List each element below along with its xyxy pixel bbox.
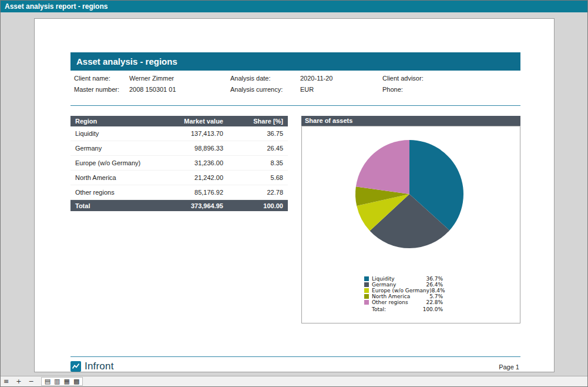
footer-divider-line <box>70 356 520 357</box>
brand-footer: Infront <box>70 361 114 372</box>
legend-swatch <box>364 300 369 305</box>
legend-item: Europe (w/o Germany)8.4% <box>364 288 443 293</box>
page-number: Page 1 <box>499 363 519 371</box>
master-number-value: 2008 150301 01 <box>129 86 176 93</box>
client-advisor-label: Client advisor: <box>382 75 424 82</box>
master-number-label: Master number: <box>74 86 119 93</box>
grid-3x3-icon[interactable]: ▩ <box>73 378 79 386</box>
col-region: Region <box>70 118 170 125</box>
brand-name: Infront <box>85 361 114 372</box>
toolbar-view-icons: ▤▥▦▩ <box>41 377 83 386</box>
analysis-currency-label: Analysis currency: <box>230 86 283 93</box>
viewer-toolbar: ≡+− ▤▥▦▩ <box>1 376 587 386</box>
report-header-bar: Asset analysis - regions <box>70 52 520 71</box>
legend-swatch <box>364 282 369 287</box>
legend-total: Total:100.0% <box>364 306 443 312</box>
infront-logo-icon <box>70 361 81 372</box>
legend-swatch <box>364 276 369 281</box>
zoom-in-icon[interactable]: + <box>16 378 21 386</box>
pie-slice-other-regions <box>356 140 409 194</box>
total-label: Total <box>70 202 170 209</box>
client-name-label: Client name: <box>74 75 110 82</box>
table-total-row: Total 373,964.95 100.00 <box>70 200 288 211</box>
toolbar-left-icons: ≡+− <box>4 378 34 386</box>
total-market-value: 373,964.95 <box>170 202 223 209</box>
table-header-row: Region Market value Share [%] <box>70 116 288 126</box>
grid-2x2-icon[interactable]: ▦ <box>63 378 69 386</box>
chart-panel-box: Liquidity36.7%Germany26.4%Europe (w/o Ge… <box>301 126 520 323</box>
legend-swatch <box>364 294 369 299</box>
analysis-currency-value: EUR <box>300 86 314 93</box>
col-market-value: Market value <box>170 118 223 125</box>
legend-item: North America5.7% <box>364 293 443 299</box>
table-row: Germany98,896.3326.45 <box>70 141 288 156</box>
asset-table: Region Market value Share [%] Liquidity1… <box>70 116 288 211</box>
share-of-assets-panel: Share of assets Liquidity36.7%Germany26.… <box>301 116 520 323</box>
table-row: Other regions85,176.9222.78 <box>70 185 288 200</box>
pie-legend: Liquidity36.7%Germany26.4%Europe (w/o Ge… <box>364 276 443 312</box>
phone-label: Phone: <box>382 86 403 93</box>
pie-chart <box>302 131 520 272</box>
table-row: Europe (w/o Germany)31,236.008.35 <box>70 156 288 171</box>
total-share: 100.00 <box>223 202 288 209</box>
table-row: Liquidity137,413.7036.75 <box>70 126 288 141</box>
chart-panel-title: Share of assets <box>301 116 520 126</box>
client-name-value: Werner Zimmer <box>129 75 174 82</box>
legend-swatch <box>364 288 369 293</box>
col-share: Share [%] <box>223 118 288 125</box>
table-row: North America21,242.005.68 <box>70 171 288 185</box>
legend-item: Other regions22.8% <box>364 299 443 305</box>
facing-pages-icon[interactable]: ▥ <box>54 378 60 386</box>
menu-icon[interactable]: ≡ <box>4 378 9 386</box>
legend-item: Germany26.4% <box>364 282 443 288</box>
legend-item: Liquidity36.7% <box>364 276 443 282</box>
header-divider-line <box>70 105 520 106</box>
single-page-icon[interactable]: ▤ <box>45 378 51 386</box>
report-page: Asset analysis - regions Client name: We… <box>34 18 555 372</box>
analysis-date-label: Analysis date: <box>230 75 270 82</box>
window-title: Asset analysis report - regions <box>1 1 587 12</box>
zoom-out-icon[interactable]: − <box>28 378 33 386</box>
asset-table-body: Liquidity137,413.7036.75Germany98,896.33… <box>70 126 288 200</box>
report-viewer-window: Asset analysis report - regions Asset an… <box>0 0 588 387</box>
analysis-date-value: 2020-11-20 <box>300 75 332 82</box>
